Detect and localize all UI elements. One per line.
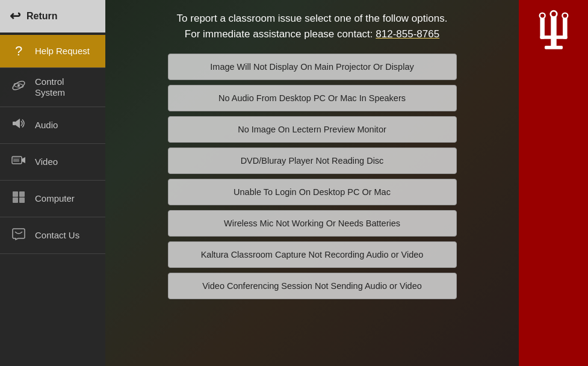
- video-icon: [10, 152, 28, 172]
- svg-point-24: [540, 14, 544, 18]
- svg-rect-12: [13, 159, 19, 162]
- svg-rect-15: [19, 191, 25, 197]
- svg-rect-14: [13, 191, 18, 197]
- svg-rect-3: [13, 122, 16, 125]
- btn-dvd[interactable]: DVD/Bluray Player Not Reading Disc: [168, 147, 457, 174]
- sidebar-item-help-request[interactable]: ? Help Request: [0, 35, 105, 68]
- main-content: To report a classroom issue select one o…: [105, 0, 519, 366]
- btn-audio[interactable]: No Audio From Desktop PC Or Mac In Speak…: [168, 85, 457, 111]
- svg-rect-16: [13, 197, 18, 203]
- sidebar-item-label-control-system: Control System: [35, 76, 96, 98]
- iu-branding-panel: [519, 0, 588, 366]
- header-line2: For immediate assistance please contact:…: [177, 26, 448, 42]
- svg-rect-28: [544, 46, 562, 49]
- sidebar-item-video[interactable]: Video: [0, 144, 105, 181]
- header-section: To report a classroom issue select one o…: [177, 11, 448, 42]
- sidebar-item-label-computer: Computer: [35, 193, 75, 204]
- phone-number: 812-855-8765: [376, 28, 439, 40]
- svg-point-2: [17, 84, 20, 87]
- contact-icon: [10, 226, 28, 245]
- return-label: Return: [26, 11, 58, 22]
- computer-icon: [10, 189, 28, 208]
- svg-point-22: [551, 12, 556, 17]
- btn-videoconf[interactable]: Video Conferencing Session Not Sending A…: [168, 273, 457, 299]
- control-system-icon: [10, 78, 28, 97]
- btn-kaltura[interactable]: Kaltura Classroom Capture Not Recording …: [168, 241, 457, 268]
- svg-rect-27: [540, 36, 567, 39]
- audio-icon: [10, 116, 28, 135]
- svg-rect-18: [551, 16, 556, 47]
- svg-point-26: [563, 14, 567, 18]
- immediate-text: immediate assistance please contact:: [203, 28, 373, 40]
- sidebar-item-label-audio: Audio: [35, 120, 58, 131]
- svg-marker-13: [22, 157, 25, 163]
- sidebar-item-label-video: Video: [35, 157, 58, 167]
- issue-buttons-container: Image Will Not Display On Main Projector…: [168, 54, 457, 299]
- header-line1: To report a classroom issue select one o…: [177, 11, 448, 26]
- svg-marker-4: [16, 119, 20, 128]
- btn-login[interactable]: Unable To Login On Desktop PC Or Mac: [168, 179, 457, 205]
- sidebar-item-control-system[interactable]: Control System: [0, 68, 105, 107]
- svg-rect-17: [19, 197, 25, 203]
- btn-mic[interactable]: Wireless Mic Not Working Or Needs Batter…: [168, 210, 457, 237]
- iu-trident-logo: [532, 7, 575, 55]
- btn-preview[interactable]: No Image On Lectern Preview Monitor: [168, 116, 457, 143]
- sidebar: ↩ Return ? Help Request Control System A…: [0, 0, 105, 366]
- sidebar-item-audio[interactable]: Audio: [0, 107, 105, 144]
- sidebar-item-label-contact-us: Contact Us: [35, 230, 79, 241]
- return-button[interactable]: ↩ Return: [0, 0, 105, 33]
- help-request-icon: ?: [10, 43, 28, 59]
- return-icon: ↩: [10, 8, 20, 24]
- btn-projector[interactable]: Image Will Not Display On Main Projector…: [168, 54, 457, 80]
- sidebar-item-computer[interactable]: Computer: [0, 181, 105, 217]
- sidebar-item-label-help-request: Help Request: [35, 46, 90, 57]
- sidebar-item-contact-us[interactable]: Contact Us: [0, 217, 105, 254]
